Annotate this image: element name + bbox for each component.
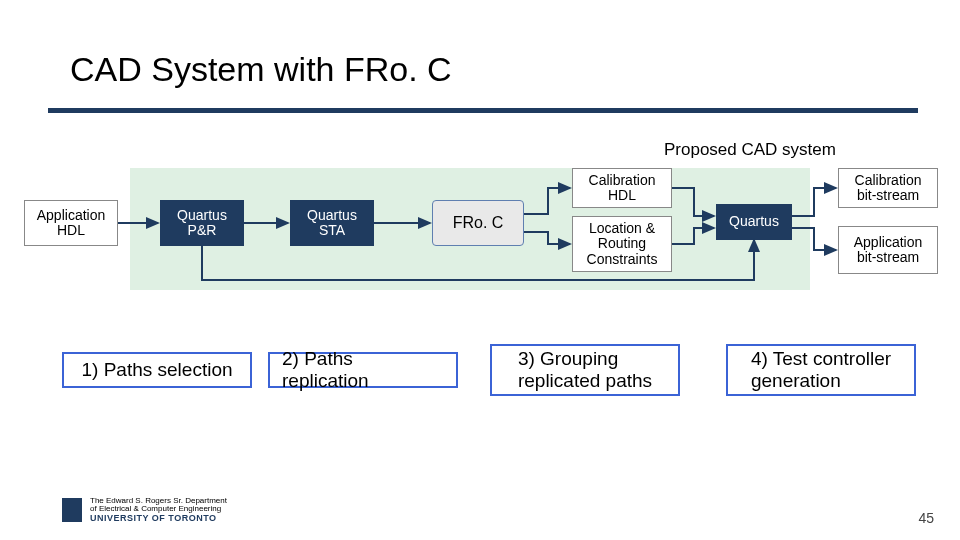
node-quartus-pnr: Quartus P&R bbox=[160, 200, 244, 246]
step-2-paths-replication: 2) Paths replication bbox=[268, 352, 458, 388]
footer-university: UNIVERSITY OF TORONTO bbox=[90, 514, 227, 524]
footer-affiliation: The Edward S. Rogers Sr. Department of E… bbox=[62, 497, 227, 524]
node-location-routing-constraints: Location & Routing Constraints bbox=[572, 216, 672, 272]
title-underline bbox=[48, 108, 918, 113]
footer-department: The Edward S. Rogers Sr. Department of E… bbox=[90, 497, 227, 515]
step-4-test-controller: 4) Test controller generation bbox=[726, 344, 916, 396]
slide-title: CAD System with FRo. C bbox=[70, 50, 452, 89]
node-froc: FRo. C bbox=[432, 200, 524, 246]
proposed-caption: Proposed CAD system bbox=[664, 140, 836, 160]
node-application-bitstream: Application bit-stream bbox=[838, 226, 938, 274]
node-quartus: Quartus bbox=[716, 204, 792, 240]
step-3-grouping: 3) Grouping replicated paths bbox=[490, 344, 680, 396]
slide-number: 45 bbox=[918, 510, 934, 526]
node-quartus-sta: Quartus STA bbox=[290, 200, 374, 246]
university-crest-icon bbox=[62, 498, 82, 522]
node-application-hdl: Application HDL bbox=[24, 200, 118, 246]
node-calibration-bitstream: Calibration bit-stream bbox=[838, 168, 938, 208]
node-calibration-hdl: Calibration HDL bbox=[572, 168, 672, 208]
step-1-paths-selection: 1) Paths selection bbox=[62, 352, 252, 388]
